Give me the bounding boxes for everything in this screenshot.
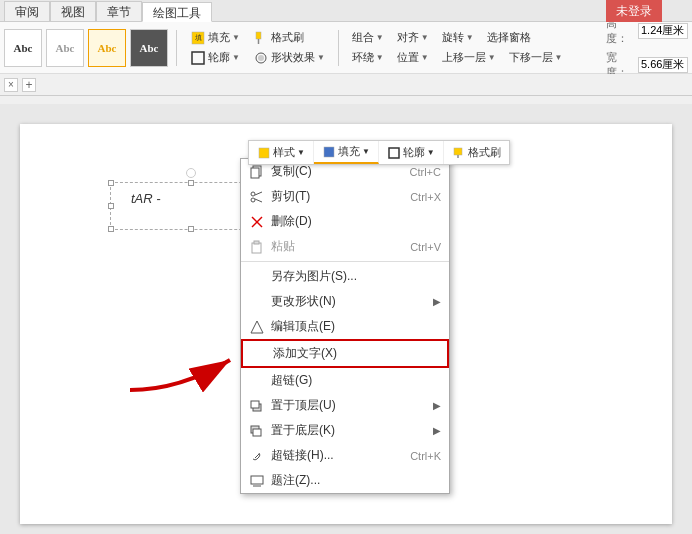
ctx-change-shape[interactable]: 更改形状(N) ▶ [241, 289, 449, 314]
ctx-send-bottom[interactable]: 置于底层(K) ▶ [241, 418, 449, 443]
ctx-bring-top[interactable]: 置于顶层(U) ▶ [241, 393, 449, 418]
wrap-btn[interactable]: 环绕 ▼ [347, 49, 389, 67]
ctx-save-image-label: 另存为图片(S)... [271, 268, 357, 285]
handle-ml[interactable] [108, 203, 114, 209]
shape-style-label-3: Abc [98, 42, 117, 54]
svg-rect-24 [251, 401, 259, 408]
shape-style-btn-3[interactable]: Abc [88, 29, 126, 67]
ctx-edit-vertex-label: 编辑顶点(E) [271, 318, 335, 335]
height-input[interactable] [638, 23, 688, 39]
ctx-sep-1 [241, 261, 449, 262]
svg-rect-27 [251, 476, 263, 484]
move-down-btn[interactable]: 下移一层 ▼ [504, 49, 568, 67]
svg-rect-10 [454, 148, 462, 155]
tab-review[interactable]: 审阅 [4, 1, 50, 21]
svg-rect-7 [259, 148, 269, 158]
svg-line-17 [255, 199, 262, 202]
align-btn[interactable]: 对齐 ▼ [392, 29, 434, 47]
arrange-label: 组合 [352, 30, 374, 45]
divider-2 [338, 30, 339, 66]
ctx-hyperlink-h[interactable]: 超链接(H)... Ctrl+K [241, 443, 449, 468]
wrap-label: 环绕 [352, 50, 374, 65]
width-input[interactable] [638, 57, 688, 73]
mini-fill-icon [322, 145, 336, 159]
ctx-hyperlink-g-label: 超链(G) [271, 372, 312, 389]
mini-fill-btn[interactable]: 填充 ▼ [314, 141, 379, 164]
rotate-arrow: ▼ [466, 33, 474, 42]
link-icon [249, 448, 265, 464]
mini-outline-label: 轮廓 [403, 145, 425, 160]
svg-line-16 [255, 192, 262, 195]
mini-style-label: 样式 [273, 145, 295, 160]
divider-1 [176, 30, 177, 66]
shape-style-label-1: Abc [14, 42, 33, 54]
rotate-handle[interactable] [186, 168, 196, 178]
move-up-btn[interactable]: 上移一层 ▼ [437, 49, 501, 67]
mini-format-icon [452, 146, 466, 160]
top-layer-icon [249, 398, 265, 414]
fill-btn[interactable]: 填 填充 ▼ [185, 29, 245, 47]
select-area-btn[interactable]: 选择窗格 [482, 29, 536, 47]
svg-rect-13 [251, 168, 259, 178]
outline-icon [190, 50, 206, 66]
mini-outline-btn[interactable]: 轮廓 ▼ [379, 141, 444, 164]
mini-format-btn[interactable]: 格式刷 [444, 141, 509, 164]
ctx-edit-vertex[interactable]: 编辑顶点(E) [241, 314, 449, 339]
position-btn[interactable]: 位置 ▼ [392, 49, 434, 67]
shape-style-label-4: Abc [131, 30, 167, 66]
handle-bm[interactable] [188, 226, 194, 232]
handle-tm[interactable] [188, 180, 194, 186]
ctx-hyperlink-h-shortcut: Ctrl+K [410, 450, 441, 462]
ctx-cut[interactable]: 剪切(T) Ctrl+X [241, 184, 449, 209]
svg-rect-26 [253, 429, 261, 436]
fill-label: 填充 [208, 30, 230, 45]
format-brush-btn[interactable]: 格式刷 [248, 29, 309, 47]
ctx-paste[interactable]: 粘贴 Ctrl+V [241, 234, 449, 259]
outline-label: 轮廓 [208, 50, 230, 65]
red-arrow [120, 340, 250, 403]
shape-effect-icon [253, 50, 269, 66]
ctx-hyperlink-g[interactable]: 超链(G) [241, 368, 449, 393]
login-button[interactable]: 未登录 [606, 0, 662, 22]
mini-style-btn[interactable]: 样式 ▼ [249, 141, 314, 164]
shape-style-btn-1[interactable]: Abc [4, 29, 42, 67]
rotate-btn[interactable]: 旋转 ▼ [437, 29, 479, 47]
outline-btn[interactable]: 轮廓 ▼ [185, 49, 245, 67]
ctx-cut-shortcut: Ctrl+X [410, 191, 441, 203]
shape-effect-btn[interactable]: 形状效果 ▼ [248, 49, 330, 67]
fill-icon: 填 [190, 30, 206, 46]
shape-style-btn-4[interactable]: Abc [130, 29, 168, 67]
position-arrow: ▼ [421, 53, 429, 62]
ctx-add-text[interactable]: 添加文字(X) [241, 339, 449, 368]
arrange-arrow: ▼ [376, 33, 384, 42]
position-label: 位置 [397, 50, 419, 65]
tab-view[interactable]: 视图 [50, 1, 96, 21]
copy-icon [249, 164, 265, 180]
align-arrow: ▼ [421, 33, 429, 42]
arrange-btn[interactable]: 组合 ▼ [347, 29, 389, 47]
ctx-paste-shortcut: Ctrl+V [410, 241, 441, 253]
rotate-label: 旋转 [442, 30, 464, 45]
mini-format-label: 格式刷 [468, 145, 501, 160]
shape-style-btn-2[interactable]: Abc [46, 29, 84, 67]
handle-bl[interactable] [108, 226, 114, 232]
ctx-delete[interactable]: 删除(D) [241, 209, 449, 234]
handle-tl[interactable] [108, 180, 114, 186]
vertex-icon [249, 319, 265, 335]
tab-section[interactable]: 章节 [96, 1, 142, 21]
ctx-add-text-label: 添加文字(X) [273, 345, 337, 362]
shape-effect-label: 形状效果 [271, 50, 315, 65]
ctx-save-image[interactable]: 另存为图片(S)... [241, 264, 449, 289]
mini-fill-label: 填充 [338, 144, 360, 159]
mini-fill-arrow: ▼ [362, 147, 370, 156]
change-shape-submenu-arrow: ▶ [433, 296, 441, 307]
tab-drawing-tools[interactable]: 绘图工具 [142, 2, 212, 22]
ctx-caption[interactable]: 题注(Z)... [241, 468, 449, 493]
mini-floating-toolbar: 样式 ▼ 填充 ▼ 轮廓 ▼ 格式刷 [248, 140, 510, 165]
caption-icon [249, 473, 265, 489]
ctx-copy-shortcut: Ctrl+C [410, 166, 441, 178]
paste-icon [249, 239, 265, 255]
close-tab-btn[interactable]: × [4, 78, 18, 92]
add-tab-btn[interactable]: + [22, 78, 36, 92]
move-down-label: 下移一层 [509, 50, 553, 65]
